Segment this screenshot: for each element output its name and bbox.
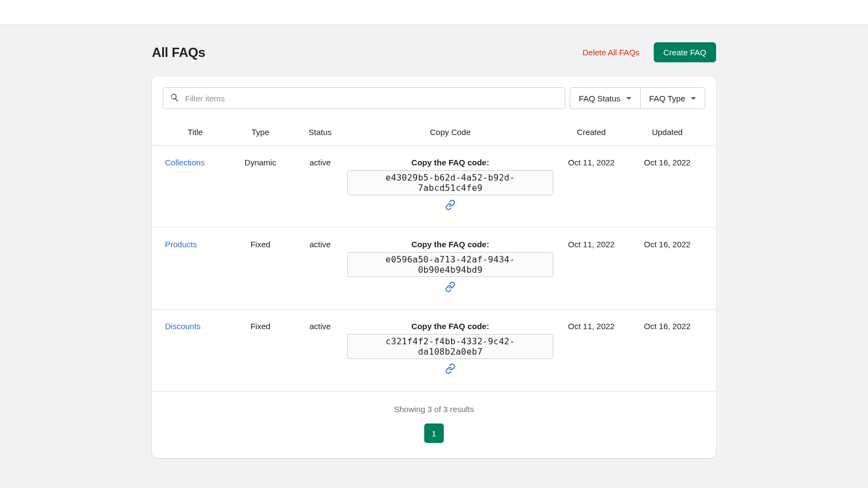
row-title-link[interactable]: Products	[165, 240, 197, 249]
faq-code-box[interactable]: c321f4f2-f4bb-4332-9c42-da108b2a0eb7	[347, 334, 553, 359]
caret-down-icon	[626, 97, 631, 100]
page-container: All FAQs Delete All FAQs Create FAQ FAQ …	[152, 25, 716, 480]
faq-type-label: FAQ Type	[649, 94, 685, 103]
header-actions: Delete All FAQs Create FAQ	[580, 42, 716, 62]
row-updated: Oct 16, 2022	[629, 322, 705, 331]
faq-card: FAQ Status FAQ Type Title Type Status Co…	[152, 76, 716, 458]
faq-status-label: FAQ Status	[579, 94, 621, 103]
row-type: Fixed	[228, 240, 293, 249]
search-field[interactable]	[163, 87, 565, 109]
faq-type-filter[interactable]: FAQ Type	[641, 87, 705, 109]
top-bar	[0, 0, 868, 25]
row-copy: Copy the FAQ code: e43029b5-b62d-4a52-b9…	[347, 158, 553, 212]
table-footer: Showing 3 of 3 results 1	[152, 391, 716, 458]
link-icon[interactable]	[445, 363, 456, 374]
create-faq-button[interactable]: Create FAQ	[654, 42, 716, 62]
page-title: All FAQs	[152, 45, 205, 60]
col-header-updated: Updated	[629, 127, 705, 137]
copy-code-label: Copy the FAQ code:	[347, 158, 553, 167]
row-created: Oct 11, 2022	[553, 322, 629, 331]
row-status: active	[293, 322, 347, 331]
copy-code-label: Copy the FAQ code:	[347, 322, 553, 331]
results-count: Showing 3 of 3 results	[163, 404, 705, 414]
copy-code-label: Copy the FAQ code:	[347, 240, 553, 249]
col-header-status: Status	[293, 127, 347, 137]
row-title-link[interactable]: Collections	[165, 158, 205, 167]
row-title-link[interactable]: Discounts	[165, 322, 201, 331]
col-header-created: Created	[553, 127, 629, 137]
search-icon	[170, 93, 180, 104]
faq-code-box[interactable]: e43029b5-b62d-4a52-b92d-7abcd51c4fe9	[347, 170, 553, 195]
link-icon[interactable]	[445, 200, 456, 210]
faq-status-filter[interactable]: FAQ Status	[570, 87, 641, 109]
filters-row: FAQ Status FAQ Type	[152, 76, 716, 120]
table-row: Products Fixed active Copy the FAQ code:…	[152, 228, 716, 310]
row-type: Fixed	[228, 322, 293, 331]
delete-all-button[interactable]: Delete All FAQs	[580, 44, 642, 60]
filter-group: FAQ Status FAQ Type	[570, 87, 705, 109]
row-copy: Copy the FAQ code: e0596a50-a713-42af-94…	[347, 240, 553, 294]
col-header-title: Title	[163, 127, 228, 137]
col-header-type: Type	[228, 127, 293, 137]
page-number-button[interactable]: 1	[424, 423, 444, 443]
col-header-copy: Copy Code	[347, 127, 553, 137]
table-row: Discounts Fixed active Copy the FAQ code…	[152, 310, 716, 391]
row-type: Dynamic	[228, 158, 293, 167]
row-updated: Oct 16, 2022	[629, 158, 705, 167]
caret-down-icon	[691, 97, 696, 100]
row-created: Oct 11, 2022	[553, 158, 629, 167]
page-header: All FAQs Delete All FAQs Create FAQ	[152, 42, 716, 62]
search-input[interactable]	[180, 94, 558, 103]
row-copy: Copy the FAQ code: c321f4f2-f4bb-4332-9c…	[347, 322, 553, 376]
row-updated: Oct 16, 2022	[629, 240, 705, 249]
link-icon[interactable]	[445, 281, 456, 292]
row-status: active	[293, 158, 347, 167]
row-status: active	[293, 240, 347, 249]
table-header: Title Type Status Copy Code Created Upda…	[152, 120, 716, 146]
faq-code-box[interactable]: e0596a50-a713-42af-9434-0b90e4b94bd9	[347, 252, 553, 277]
row-created: Oct 11, 2022	[553, 240, 629, 249]
table-row: Collections Dynamic active Copy the FAQ …	[152, 146, 716, 228]
